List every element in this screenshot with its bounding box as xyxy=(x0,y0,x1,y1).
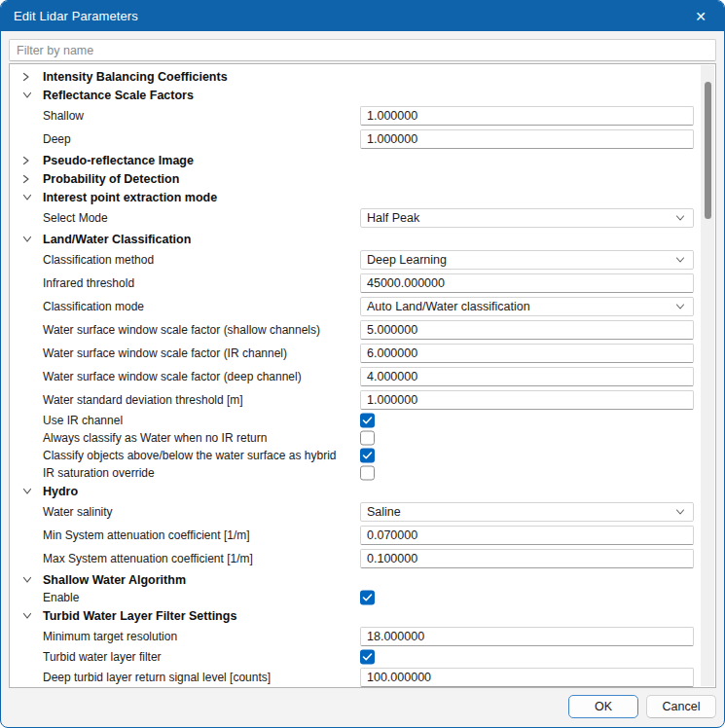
enable-checkbox[interactable] xyxy=(360,591,375,605)
chevron-down-icon xyxy=(675,257,685,264)
row-classification-mode: Classification modeAuto Land/Water class… xyxy=(10,295,715,318)
filter-input[interactable] xyxy=(9,39,716,61)
vertical-scrollbar[interactable] xyxy=(701,65,714,686)
group-row-pseudo-reflectance-image[interactable]: Pseudo-reflectance Image xyxy=(10,151,715,169)
group-label: Probability of Detection xyxy=(43,172,179,186)
water-surface-window-scale-factor-deep-channel-input[interactable] xyxy=(360,367,694,386)
group-label: Hydro xyxy=(43,485,78,498)
window-title: Edit Lidar Parameters xyxy=(14,9,138,23)
row-label: Classification method xyxy=(43,253,154,267)
chevron-right-icon[interactable] xyxy=(19,72,43,82)
value-column: Saline xyxy=(360,502,694,522)
chevron-right-icon[interactable] xyxy=(19,156,43,165)
row-classification-method: Classification methodDeep Learning xyxy=(10,248,715,272)
edit-lidar-parameters-dialog: Edit Lidar Parameters ✕ Intensity Balanc… xyxy=(0,0,725,728)
infrared-threshold-input[interactable] xyxy=(360,273,694,293)
always-classify-as-water-when-no-ir-return-checkbox[interactable] xyxy=(360,431,375,446)
row-select-mode: Select ModeHalf Peak xyxy=(10,206,715,230)
value-column xyxy=(360,466,694,481)
title-bar[interactable]: Edit Lidar Parameters ✕ xyxy=(1,1,724,31)
row-label: Infrared threshold xyxy=(43,276,134,290)
group-label: Turbid Water Layer Filter Settings xyxy=(43,609,236,623)
chevron-down-icon[interactable] xyxy=(19,91,43,99)
chevron-down-icon[interactable] xyxy=(19,612,43,620)
row-label: Use IR channel xyxy=(43,414,123,427)
group-row-shallow-water-algorithm[interactable]: Shallow Water Algorithm xyxy=(10,570,715,589)
max-system-attenuation-coefficient-1-m-input[interactable] xyxy=(360,549,694,568)
row-label: Max System attenuation coefficient [1/m] xyxy=(43,552,253,565)
row-label: Always classify as Water when no IR retu… xyxy=(43,431,267,445)
group-label: Pseudo-reflectance Image xyxy=(43,154,194,167)
checkmark-icon xyxy=(362,653,373,662)
value-column xyxy=(360,449,694,463)
row-classify-objects-above-below-the-water-surface-as-hybrid: Classify objects above/below the water s… xyxy=(10,447,715,464)
row-shallow: Shallow xyxy=(10,104,715,127)
chevron-right-icon[interactable] xyxy=(19,174,43,184)
water-surface-window-scale-factor-shallow-channels-input[interactable] xyxy=(360,320,694,340)
water-surface-window-scale-factor-ir-channel-input[interactable] xyxy=(360,344,694,363)
row-label: Minimum target resolution xyxy=(43,630,177,643)
water-standard-deviation-threshold-m-input[interactable] xyxy=(360,390,694,410)
row-label: Min System attenuation coefficient [1/m] xyxy=(43,528,250,542)
chevron-down-icon[interactable] xyxy=(19,194,43,201)
group-row-land-water-classification[interactable]: Land/Water Classification xyxy=(10,230,715,248)
classify-objects-above-below-the-water-surface-as-hybrid-checkbox[interactable] xyxy=(360,449,375,463)
row-label: Classification mode xyxy=(43,300,144,313)
select-value: Saline xyxy=(367,505,401,519)
cancel-button[interactable]: Cancel xyxy=(646,695,716,718)
scrollbar-thumb[interactable] xyxy=(705,82,711,219)
row-water-standard-deviation-threshold-m: Water standard deviation threshold [m] xyxy=(10,388,715,412)
chevron-down-icon xyxy=(675,509,685,516)
value-column xyxy=(360,414,694,428)
chevron-down-icon[interactable] xyxy=(19,236,43,243)
filter-bar xyxy=(9,39,716,61)
row-label: IR saturation override xyxy=(43,466,155,480)
minimum-target-resolution-input[interactable] xyxy=(360,627,694,646)
value-column: Half Peak xyxy=(360,208,694,228)
value-column xyxy=(360,320,694,340)
row-minimum-target-resolution: Minimum target resolution xyxy=(10,625,715,648)
value-column: Auto Land/Water classification xyxy=(360,297,694,316)
chevron-down-icon xyxy=(675,215,685,222)
group-label: Land/Water Classification xyxy=(43,233,191,246)
row-enable: Enable xyxy=(10,589,715,606)
chevron-down-icon[interactable] xyxy=(19,488,43,495)
row-deep-turbid-layer-return-signal-level-counts: Deep turbid layer return signal level [c… xyxy=(10,666,715,688)
value-column xyxy=(360,106,694,126)
group-row-intensity-balancing-coefficients[interactable]: Intensity Balancing Coefficients xyxy=(10,67,715,86)
row-infrared-threshold: Infrared threshold xyxy=(10,272,715,295)
row-label: Water surface window scale factor (IR ch… xyxy=(43,346,287,360)
value-column xyxy=(360,549,694,568)
turbid-water-layer-filter-checkbox[interactable] xyxy=(360,650,375,665)
classification-mode-select[interactable]: Auto Land/Water classification xyxy=(360,297,694,316)
deep-input[interactable] xyxy=(360,129,694,149)
row-label: Water salinity xyxy=(43,505,113,519)
shallow-input[interactable] xyxy=(360,106,694,126)
group-row-interest-point-extraction-mode[interactable]: Interest point extraction mode xyxy=(10,188,715,206)
ir-saturation-override-checkbox[interactable] xyxy=(360,466,375,481)
group-row-probability-of-detection[interactable]: Probability of Detection xyxy=(10,169,715,188)
group-row-turbid-water-layer-filter-settings[interactable]: Turbid Water Layer Filter Settings xyxy=(10,606,715,625)
classification-method-select[interactable]: Deep Learning xyxy=(360,250,694,270)
min-system-attenuation-coefficient-1-m-input[interactable] xyxy=(360,526,694,545)
ok-button[interactable]: OK xyxy=(568,695,638,718)
group-row-reflectance-scale-factors[interactable]: Reflectance Scale Factors xyxy=(10,86,715,104)
row-water-surface-window-scale-factor-deep-channel: Water surface window scale factor (deep … xyxy=(10,365,715,388)
row-label: Classify objects above/below the water s… xyxy=(43,449,336,462)
group-label: Intensity Balancing Coefficients xyxy=(43,70,228,84)
use-ir-channel-checkbox[interactable] xyxy=(360,414,375,428)
water-salinity-select[interactable]: Saline xyxy=(360,502,694,522)
row-label: Enable xyxy=(43,591,79,604)
checkmark-icon xyxy=(362,594,373,602)
select-mode-select[interactable]: Half Peak xyxy=(360,208,694,228)
close-button[interactable]: ✕ xyxy=(677,1,724,31)
chevron-down-icon[interactable] xyxy=(19,576,43,584)
row-water-salinity: Water salinitySaline xyxy=(10,500,715,524)
group-row-hydro[interactable]: Hydro xyxy=(10,482,715,500)
value-column xyxy=(360,627,694,646)
deep-turbid-layer-return-signal-level-counts-input[interactable] xyxy=(360,668,694,687)
select-value: Deep Learning xyxy=(367,253,447,267)
row-label: Shallow xyxy=(43,109,84,123)
select-value: Half Peak xyxy=(367,211,419,225)
row-label: Water surface window scale factor (deep … xyxy=(43,370,302,383)
